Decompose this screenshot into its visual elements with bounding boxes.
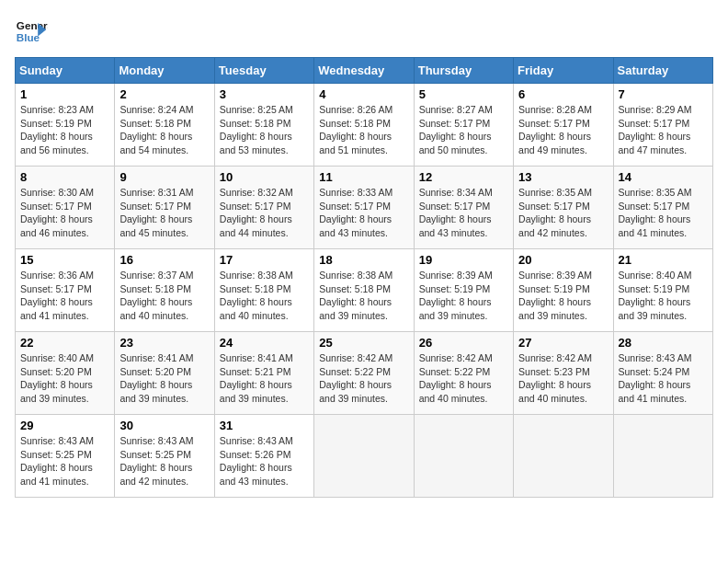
calendar-week-row: 29 Sunrise: 8:43 AMSunset: 5:25 PMDaylig… bbox=[16, 415, 713, 498]
day-number: 4 bbox=[319, 87, 408, 101]
calendar-day-empty bbox=[613, 415, 712, 498]
day-info: Sunrise: 8:43 AMSunset: 5:24 PMDaylight:… bbox=[619, 352, 692, 404]
day-number: 14 bbox=[619, 170, 708, 184]
day-info: Sunrise: 8:31 AMSunset: 5:17 PMDaylight:… bbox=[119, 187, 193, 238]
day-number: 20 bbox=[518, 253, 608, 267]
day-number: 27 bbox=[518, 336, 608, 350]
day-info: Sunrise: 8:28 AMSunset: 5:17 PMDaylight:… bbox=[518, 104, 592, 155]
day-info: Sunrise: 8:41 AMSunset: 5:20 PMDaylight:… bbox=[119, 352, 193, 404]
day-info: Sunrise: 8:26 AMSunset: 5:18 PMDaylight:… bbox=[319, 104, 392, 155]
calendar-day-empty bbox=[314, 415, 414, 498]
day-info: Sunrise: 8:37 AMSunset: 5:18 PMDaylight:… bbox=[119, 270, 193, 321]
calendar-day: 24 Sunrise: 8:41 AMSunset: 5:21 PMDaylig… bbox=[214, 332, 313, 415]
calendar-day: 25 Sunrise: 8:42 AMSunset: 5:22 PMDaylig… bbox=[314, 332, 414, 415]
calendar-day: 2 Sunrise: 8:24 AMSunset: 5:18 PMDayligh… bbox=[115, 84, 214, 167]
calendar-week-row: 22 Sunrise: 8:40 AMSunset: 5:20 PMDaylig… bbox=[16, 332, 713, 415]
weekday-header-wednesday: Wednesday bbox=[314, 58, 414, 84]
day-info: Sunrise: 8:23 AMSunset: 5:19 PMDaylight:… bbox=[20, 104, 94, 155]
calendar-day: 19 Sunrise: 8:39 AMSunset: 5:19 PMDaylig… bbox=[414, 249, 513, 332]
day-number: 25 bbox=[319, 336, 408, 350]
day-number: 7 bbox=[619, 87, 708, 101]
day-info: Sunrise: 8:39 AMSunset: 5:19 PMDaylight:… bbox=[419, 270, 493, 321]
day-number: 9 bbox=[119, 170, 209, 184]
calendar-day: 7 Sunrise: 8:29 AMSunset: 5:17 PMDayligh… bbox=[613, 84, 712, 167]
weekday-header-friday: Friday bbox=[514, 58, 613, 84]
svg-text:Blue: Blue bbox=[17, 31, 40, 43]
day-info: Sunrise: 8:43 AMSunset: 5:25 PMDaylight:… bbox=[119, 435, 193, 487]
weekday-header-sunday: Sunday bbox=[16, 58, 115, 84]
day-number: 28 bbox=[619, 336, 708, 350]
weekday-header-thursday: Thursday bbox=[414, 58, 513, 84]
calendar-day: 26 Sunrise: 8:42 AMSunset: 5:22 PMDaylig… bbox=[414, 332, 513, 415]
day-number: 11 bbox=[319, 170, 408, 184]
day-info: Sunrise: 8:35 AMSunset: 5:17 PMDaylight:… bbox=[518, 187, 592, 238]
day-number: 29 bbox=[20, 419, 109, 432]
day-info: Sunrise: 8:32 AMSunset: 5:17 PMDaylight:… bbox=[220, 187, 293, 238]
day-number: 22 bbox=[20, 336, 109, 350]
calendar-day: 15 Sunrise: 8:36 AMSunset: 5:17 PMDaylig… bbox=[16, 249, 115, 332]
calendar-day: 3 Sunrise: 8:25 AMSunset: 5:18 PMDayligh… bbox=[214, 84, 313, 167]
calendar-day: 29 Sunrise: 8:43 AMSunset: 5:25 PMDaylig… bbox=[16, 415, 115, 498]
day-info: Sunrise: 8:43 AMSunset: 5:26 PMDaylight:… bbox=[220, 435, 293, 487]
day-info: Sunrise: 8:36 AMSunset: 5:17 PMDaylight:… bbox=[20, 270, 94, 321]
day-info: Sunrise: 8:27 AMSunset: 5:17 PMDaylight:… bbox=[419, 104, 493, 155]
calendar-day: 23 Sunrise: 8:41 AMSunset: 5:20 PMDaylig… bbox=[115, 332, 214, 415]
calendar-day: 10 Sunrise: 8:32 AMSunset: 5:17 PMDaylig… bbox=[214, 167, 313, 249]
calendar-day: 18 Sunrise: 8:38 AMSunset: 5:18 PMDaylig… bbox=[314, 249, 414, 332]
calendar-day: 27 Sunrise: 8:42 AMSunset: 5:23 PMDaylig… bbox=[514, 332, 613, 415]
calendar-day: 14 Sunrise: 8:35 AMSunset: 5:17 PMDaylig… bbox=[613, 167, 712, 249]
calendar-day: 11 Sunrise: 8:33 AMSunset: 5:17 PMDaylig… bbox=[314, 167, 414, 249]
day-number: 6 bbox=[518, 87, 608, 101]
day-info: Sunrise: 8:42 AMSunset: 5:23 PMDaylight:… bbox=[518, 352, 592, 404]
day-number: 31 bbox=[220, 419, 309, 432]
calendar-table: SundayMondayTuesdayWednesdayThursdayFrid… bbox=[15, 57, 713, 498]
day-info: Sunrise: 8:40 AMSunset: 5:19 PMDaylight:… bbox=[619, 270, 692, 321]
calendar-day: 4 Sunrise: 8:26 AMSunset: 5:18 PMDayligh… bbox=[314, 84, 414, 167]
day-number: 17 bbox=[220, 253, 309, 267]
day-number: 10 bbox=[220, 170, 309, 184]
page-header: General Blue bbox=[15, 15, 713, 48]
calendar-day: 30 Sunrise: 8:43 AMSunset: 5:25 PMDaylig… bbox=[115, 415, 214, 498]
calendar-week-row: 15 Sunrise: 8:36 AMSunset: 5:17 PMDaylig… bbox=[16, 249, 713, 332]
day-number: 1 bbox=[20, 87, 109, 101]
weekday-header-monday: Monday bbox=[115, 58, 214, 84]
calendar-header-row: SundayMondayTuesdayWednesdayThursdayFrid… bbox=[16, 58, 713, 84]
day-info: Sunrise: 8:33 AMSunset: 5:17 PMDaylight:… bbox=[319, 187, 392, 238]
calendar-day: 31 Sunrise: 8:43 AMSunset: 5:26 PMDaylig… bbox=[214, 415, 313, 498]
calendar-day: 28 Sunrise: 8:43 AMSunset: 5:24 PMDaylig… bbox=[613, 332, 712, 415]
calendar-day: 5 Sunrise: 8:27 AMSunset: 5:17 PMDayligh… bbox=[414, 84, 513, 167]
calendar-day: 6 Sunrise: 8:28 AMSunset: 5:17 PMDayligh… bbox=[514, 84, 613, 167]
day-info: Sunrise: 8:30 AMSunset: 5:17 PMDaylight:… bbox=[20, 187, 94, 238]
day-number: 3 bbox=[220, 87, 309, 101]
calendar-day: 12 Sunrise: 8:34 AMSunset: 5:17 PMDaylig… bbox=[414, 167, 513, 249]
day-number: 21 bbox=[619, 253, 708, 267]
day-number: 8 bbox=[20, 170, 109, 184]
day-info: Sunrise: 8:34 AMSunset: 5:17 PMDaylight:… bbox=[419, 187, 493, 238]
day-info: Sunrise: 8:41 AMSunset: 5:21 PMDaylight:… bbox=[220, 352, 293, 404]
weekday-header-tuesday: Tuesday bbox=[214, 58, 313, 84]
day-info: Sunrise: 8:25 AMSunset: 5:18 PMDaylight:… bbox=[220, 104, 293, 155]
day-info: Sunrise: 8:42 AMSunset: 5:22 PMDaylight:… bbox=[419, 352, 493, 404]
day-info: Sunrise: 8:40 AMSunset: 5:20 PMDaylight:… bbox=[20, 352, 94, 404]
calendar-day: 9 Sunrise: 8:31 AMSunset: 5:17 PMDayligh… bbox=[115, 167, 214, 249]
weekday-header-saturday: Saturday bbox=[613, 58, 712, 84]
day-number: 30 bbox=[119, 419, 209, 432]
day-number: 13 bbox=[518, 170, 608, 184]
day-number: 15 bbox=[20, 253, 109, 267]
day-info: Sunrise: 8:42 AMSunset: 5:22 PMDaylight:… bbox=[319, 352, 392, 404]
day-number: 12 bbox=[419, 170, 508, 184]
day-number: 18 bbox=[319, 253, 408, 267]
calendar-day: 13 Sunrise: 8:35 AMSunset: 5:17 PMDaylig… bbox=[514, 167, 613, 249]
day-info: Sunrise: 8:35 AMSunset: 5:17 PMDaylight:… bbox=[619, 187, 692, 238]
calendar-week-row: 8 Sunrise: 8:30 AMSunset: 5:17 PMDayligh… bbox=[16, 167, 713, 249]
calendar-day: 20 Sunrise: 8:39 AMSunset: 5:19 PMDaylig… bbox=[514, 249, 613, 332]
calendar-day: 22 Sunrise: 8:40 AMSunset: 5:20 PMDaylig… bbox=[16, 332, 115, 415]
day-info: Sunrise: 8:38 AMSunset: 5:18 PMDaylight:… bbox=[319, 270, 392, 321]
calendar-day: 1 Sunrise: 8:23 AMSunset: 5:19 PMDayligh… bbox=[16, 84, 115, 167]
day-info: Sunrise: 8:38 AMSunset: 5:18 PMDaylight:… bbox=[220, 270, 293, 321]
calendar-day: 16 Sunrise: 8:37 AMSunset: 5:18 PMDaylig… bbox=[115, 249, 214, 332]
day-info: Sunrise: 8:39 AMSunset: 5:19 PMDaylight:… bbox=[518, 270, 592, 321]
calendar-day: 17 Sunrise: 8:38 AMSunset: 5:18 PMDaylig… bbox=[214, 249, 313, 332]
calendar-day: 21 Sunrise: 8:40 AMSunset: 5:19 PMDaylig… bbox=[613, 249, 712, 332]
day-number: 19 bbox=[419, 253, 508, 267]
